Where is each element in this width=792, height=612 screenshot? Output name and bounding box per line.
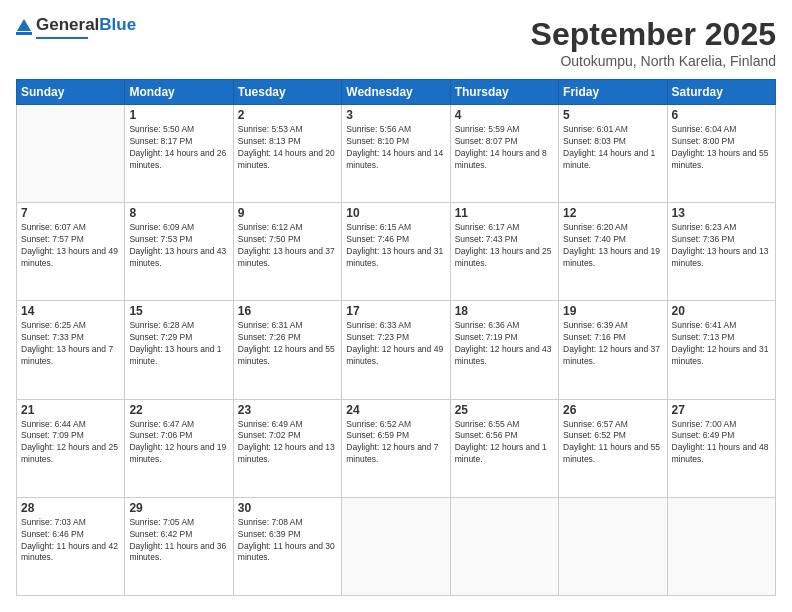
daylight: Daylight: 11 hours and 30 minutes. [238, 541, 337, 565]
day-info: Sunrise: 5:50 AM Sunset: 8:17 PM Dayligh… [129, 124, 228, 172]
calendar-cell: 13 Sunrise: 6:23 AM Sunset: 7:36 PM Dayl… [667, 203, 775, 301]
day-number: 14 [21, 304, 120, 318]
daylight: Daylight: 12 hours and 55 minutes. [238, 344, 337, 368]
sunset: Sunset: 7:57 PM [21, 234, 120, 246]
calendar-cell [667, 497, 775, 595]
day-number: 3 [346, 108, 445, 122]
sunset: Sunset: 6:56 PM [455, 430, 554, 442]
day-number: 2 [238, 108, 337, 122]
calendar-cell [559, 497, 667, 595]
col-wednesday: Wednesday [342, 80, 450, 105]
sunset: Sunset: 7:26 PM [238, 332, 337, 344]
calendar-cell [450, 497, 558, 595]
sunrise: Sunrise: 5:56 AM [346, 124, 445, 136]
sunrise: Sunrise: 6:17 AM [455, 222, 554, 234]
logo-bar [16, 32, 32, 35]
sunset: Sunset: 7:16 PM [563, 332, 662, 344]
sunset: Sunset: 6:46 PM [21, 529, 120, 541]
daylight: Daylight: 13 hours and 1 minute. [129, 344, 228, 368]
day-number: 25 [455, 403, 554, 417]
day-number: 6 [672, 108, 771, 122]
sunset: Sunset: 7:19 PM [455, 332, 554, 344]
sunrise: Sunrise: 7:03 AM [21, 517, 120, 529]
calendar-cell: 25 Sunrise: 6:55 AM Sunset: 6:56 PM Dayl… [450, 399, 558, 497]
sunrise: Sunrise: 7:05 AM [129, 517, 228, 529]
day-number: 18 [455, 304, 554, 318]
day-info: Sunrise: 6:12 AM Sunset: 7:50 PM Dayligh… [238, 222, 337, 270]
day-number: 10 [346, 206, 445, 220]
sunset: Sunset: 7:02 PM [238, 430, 337, 442]
calendar-cell: 16 Sunrise: 6:31 AM Sunset: 7:26 PM Dayl… [233, 301, 341, 399]
sunrise: Sunrise: 5:50 AM [129, 124, 228, 136]
col-tuesday: Tuesday [233, 80, 341, 105]
sunrise: Sunrise: 6:12 AM [238, 222, 337, 234]
sunset: Sunset: 8:00 PM [672, 136, 771, 148]
daylight: Daylight: 14 hours and 20 minutes. [238, 148, 337, 172]
logo-blue: Blue [99, 15, 136, 34]
logo-arrow [17, 19, 31, 31]
daylight: Daylight: 13 hours and 13 minutes. [672, 246, 771, 270]
calendar-cell: 20 Sunrise: 6:41 AM Sunset: 7:13 PM Dayl… [667, 301, 775, 399]
calendar-cell: 1 Sunrise: 5:50 AM Sunset: 8:17 PM Dayli… [125, 105, 233, 203]
daylight: Daylight: 14 hours and 26 minutes. [129, 148, 228, 172]
calendar-cell [342, 497, 450, 595]
calendar-cell: 15 Sunrise: 6:28 AM Sunset: 7:29 PM Dayl… [125, 301, 233, 399]
calendar-cell: 23 Sunrise: 6:49 AM Sunset: 7:02 PM Dayl… [233, 399, 341, 497]
calendar-cell: 17 Sunrise: 6:33 AM Sunset: 7:23 PM Dayl… [342, 301, 450, 399]
sunset: Sunset: 7:40 PM [563, 234, 662, 246]
daylight: Daylight: 12 hours and 31 minutes. [672, 344, 771, 368]
calendar-cell: 14 Sunrise: 6:25 AM Sunset: 7:33 PM Dayl… [17, 301, 125, 399]
col-sunday: Sunday [17, 80, 125, 105]
day-number: 21 [21, 403, 120, 417]
day-number: 9 [238, 206, 337, 220]
calendar-cell: 4 Sunrise: 5:59 AM Sunset: 8:07 PM Dayli… [450, 105, 558, 203]
day-info: Sunrise: 6:07 AM Sunset: 7:57 PM Dayligh… [21, 222, 120, 270]
daylight: Daylight: 13 hours and 31 minutes. [346, 246, 445, 270]
day-number: 5 [563, 108, 662, 122]
calendar-cell: 2 Sunrise: 5:53 AM Sunset: 8:13 PM Dayli… [233, 105, 341, 203]
day-number: 4 [455, 108, 554, 122]
logo: GeneralBlue [16, 16, 136, 39]
daylight: Daylight: 13 hours and 37 minutes. [238, 246, 337, 270]
sunrise: Sunrise: 6:01 AM [563, 124, 662, 136]
daylight: Daylight: 14 hours and 14 minutes. [346, 148, 445, 172]
calendar-cell: 30 Sunrise: 7:08 AM Sunset: 6:39 PM Dayl… [233, 497, 341, 595]
daylight: Daylight: 13 hours and 55 minutes. [672, 148, 771, 172]
day-info: Sunrise: 6:52 AM Sunset: 6:59 PM Dayligh… [346, 419, 445, 467]
daylight: Daylight: 12 hours and 1 minute. [455, 442, 554, 466]
sunset: Sunset: 8:13 PM [238, 136, 337, 148]
calendar-cell: 19 Sunrise: 6:39 AM Sunset: 7:16 PM Dayl… [559, 301, 667, 399]
day-info: Sunrise: 5:53 AM Sunset: 8:13 PM Dayligh… [238, 124, 337, 172]
calendar-cell: 10 Sunrise: 6:15 AM Sunset: 7:46 PM Dayl… [342, 203, 450, 301]
day-info: Sunrise: 6:44 AM Sunset: 7:09 PM Dayligh… [21, 419, 120, 467]
day-info: Sunrise: 6:47 AM Sunset: 7:06 PM Dayligh… [129, 419, 228, 467]
sunrise: Sunrise: 5:59 AM [455, 124, 554, 136]
day-number: 15 [129, 304, 228, 318]
sunrise: Sunrise: 6:49 AM [238, 419, 337, 431]
header: GeneralBlue September 2025 Outokumpu, No… [16, 16, 776, 69]
sunrise: Sunrise: 6:33 AM [346, 320, 445, 332]
sunrise: Sunrise: 6:04 AM [672, 124, 771, 136]
sunset: Sunset: 6:49 PM [672, 430, 771, 442]
sunrise: Sunrise: 6:20 AM [563, 222, 662, 234]
day-number: 30 [238, 501, 337, 515]
daylight: Daylight: 12 hours and 13 minutes. [238, 442, 337, 466]
daylight: Daylight: 12 hours and 7 minutes. [346, 442, 445, 466]
daylight: Daylight: 11 hours and 42 minutes. [21, 541, 120, 565]
sunset: Sunset: 8:17 PM [129, 136, 228, 148]
day-number: 1 [129, 108, 228, 122]
day-info: Sunrise: 7:00 AM Sunset: 6:49 PM Dayligh… [672, 419, 771, 467]
sunrise: Sunrise: 6:47 AM [129, 419, 228, 431]
calendar-cell: 8 Sunrise: 6:09 AM Sunset: 7:53 PM Dayli… [125, 203, 233, 301]
title-section: September 2025 Outokumpu, North Karelia,… [531, 16, 776, 69]
month-year: September 2025 [531, 16, 776, 53]
day-info: Sunrise: 6:55 AM Sunset: 6:56 PM Dayligh… [455, 419, 554, 467]
sunrise: Sunrise: 6:25 AM [21, 320, 120, 332]
sunrise: Sunrise: 6:36 AM [455, 320, 554, 332]
day-number: 27 [672, 403, 771, 417]
calendar-cell: 9 Sunrise: 6:12 AM Sunset: 7:50 PM Dayli… [233, 203, 341, 301]
sunrise: Sunrise: 6:57 AM [563, 419, 662, 431]
day-number: 16 [238, 304, 337, 318]
calendar-cell [17, 105, 125, 203]
day-info: Sunrise: 6:25 AM Sunset: 7:33 PM Dayligh… [21, 320, 120, 368]
